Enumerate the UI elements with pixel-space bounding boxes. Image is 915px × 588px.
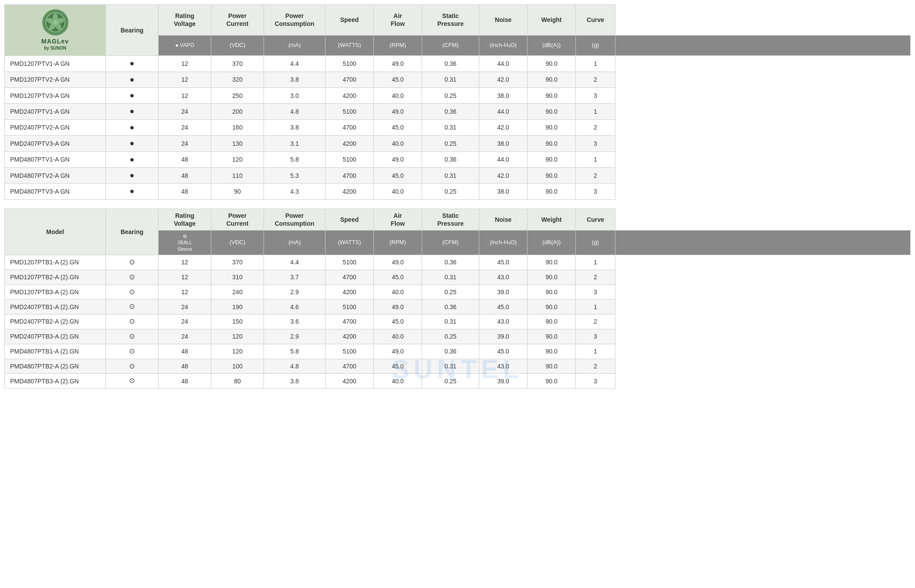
unit-g-2: (g) xyxy=(576,231,615,255)
flow-cell: 40.0 xyxy=(374,329,422,344)
flow-cell: 49.0 xyxy=(374,344,422,359)
bearing-cell: ● xyxy=(106,167,159,183)
curve-cell: 1 xyxy=(576,344,615,359)
current-cell: 160 xyxy=(211,119,264,135)
power-cell: 3.8 xyxy=(264,374,325,389)
current-cell: 120 xyxy=(211,329,264,344)
curve-cell: 3 xyxy=(576,87,615,103)
speed-cell: 4700 xyxy=(325,314,374,329)
sleeve-label: Sleeve xyxy=(177,246,192,252)
curve-cell: 2 xyxy=(576,270,615,285)
curve-cell: 3 xyxy=(576,285,615,299)
curve-cell: 1 xyxy=(576,255,615,270)
noise-cell: 43.0 xyxy=(479,314,528,329)
noise-cell: 45.0 xyxy=(479,299,528,314)
unit-cfm-1: (CFM) xyxy=(422,35,479,55)
model-cell: PMD2407PTV1-A GN xyxy=(5,104,106,119)
weight-cell: 90.0 xyxy=(528,136,576,152)
speed-cell: 4200 xyxy=(325,87,374,103)
weight-cell: 90.0 xyxy=(528,329,576,344)
table-row: PMD2407PTV1-A GN ● 24 200 4.8 5100 49.0 … xyxy=(5,104,911,119)
unit-watts-2: (WATTS) xyxy=(325,231,374,255)
table-row: PMD4807PTV2-A GN ● 48 110 5.3 4700 45.0 … xyxy=(5,167,911,183)
fan-icon xyxy=(44,11,66,33)
current-cell: 370 xyxy=(211,56,264,72)
bearing-cell: ● xyxy=(106,152,159,167)
curve-cell: 3 xyxy=(576,374,615,389)
model-cell: PMD2407PTB3-A (2).GN xyxy=(5,329,106,344)
unit-cfm-2: (CFM) xyxy=(422,231,479,255)
bearing-cell: ⊙ xyxy=(106,270,159,285)
model-cell: PMD1207PTV2-A GN xyxy=(5,72,106,87)
gear-icon: ⚙ xyxy=(183,233,187,239)
table-row: PMD2407PTB1-A (2).GN ⊙ 24 190 4.6 5100 4… xyxy=(5,299,911,314)
weight-cell: 90.0 xyxy=(528,299,576,314)
flow-cell: 40.0 xyxy=(374,184,422,199)
voltage-cell: 12 xyxy=(159,72,211,87)
flow-cell: 45.0 xyxy=(374,119,422,135)
rating-voltage-header-2: RatingVoltage xyxy=(159,209,211,230)
weight-cell: 90.0 xyxy=(528,374,576,389)
speed-cell: 4200 xyxy=(325,136,374,152)
noise-cell: 39.0 xyxy=(479,285,528,299)
speed-cell: 4700 xyxy=(325,270,374,285)
unit-vdc-1: (VDC) xyxy=(211,35,264,55)
speed-cell: 4200 xyxy=(325,374,374,389)
unit-inch-h2o-2: (inch-H₂O) xyxy=(479,231,528,255)
vapo-badge: ● VAPO xyxy=(171,41,199,50)
speed-cell: 5100 xyxy=(325,344,374,359)
unit-curve-2 xyxy=(615,231,911,255)
noise-cell: 44.0 xyxy=(479,56,528,72)
current-cell: 370 xyxy=(211,255,264,270)
table-ball: Model Bearing RatingVoltage PowerCurrent… xyxy=(4,209,911,389)
voltage-cell: 12 xyxy=(159,285,211,299)
model-cell: PMD1207PTV1-A GN xyxy=(5,56,106,72)
unit-curve-1 xyxy=(615,35,911,55)
voltage-cell: 12 xyxy=(159,270,211,285)
model-cell: PMD4807PTV3-A GN xyxy=(5,184,106,199)
model-cell: PMD1207PTB3-A (2).GN xyxy=(5,285,106,299)
rating-voltage-header-1: RatingVoltage xyxy=(159,5,211,36)
flow-cell: 49.0 xyxy=(374,104,422,119)
current-cell: 90 xyxy=(211,184,264,199)
curve-cell: 1 xyxy=(576,152,615,167)
logo-container: MAGLev by SUNON xyxy=(9,9,101,51)
curve-cell: 1 xyxy=(576,56,615,72)
current-cell: 130 xyxy=(211,136,264,152)
voltage-cell: 48 xyxy=(159,152,211,167)
bearing-header-2: Bearing xyxy=(106,209,159,255)
section-ball: Model Bearing RatingVoltage PowerCurrent… xyxy=(4,209,911,389)
section-vapo: MAGLev by SUNON Bearing RatingVoltage Po… xyxy=(4,4,911,200)
noise-cell: 44.0 xyxy=(479,104,528,119)
table-row: PMD2407PTB3-A (2).GN ⊙ 24 120 2.9 4200 4… xyxy=(5,329,911,344)
speed-cell: 5100 xyxy=(325,56,374,72)
table-row: PMD4807PTB1-A (2).GN ⊙ 48 120 5.8 5100 4… xyxy=(5,344,911,359)
pressure-cell: 0.31 xyxy=(422,314,479,329)
pressure-cell: 0.31 xyxy=(422,167,479,183)
header-row-2: Model Bearing RatingVoltage PowerCurrent… xyxy=(5,209,911,230)
pressure-cell: 0.36 xyxy=(422,255,479,270)
unit-dba-1: (dB(A)) xyxy=(528,35,576,55)
table-row: PMD1207PTV2-A GN ● 12 320 3.8 4700 45.0 … xyxy=(5,72,911,87)
curve-cell: 2 xyxy=(576,167,615,183)
table-row: PMD4807PTB3-A (2).GN ⊙ 48 80 3.8 4200 40… xyxy=(5,374,911,389)
curve-cell: 2 xyxy=(576,119,615,135)
model-header: Model xyxy=(5,209,106,255)
speed-cell: 5100 xyxy=(325,152,374,167)
table-row: PMD4807PTV1-A GN ● 48 120 5.8 5100 49.0 … xyxy=(5,152,911,167)
flow-cell: 49.0 xyxy=(374,299,422,314)
static-pressure-header-1: StaticPressure xyxy=(422,5,479,36)
table-row: PMD1207PTB2-A (2).GN ⊙ 12 310 3.7 4700 4… xyxy=(5,270,911,285)
voltage-cell: 48 xyxy=(159,374,211,389)
current-cell: 250 xyxy=(211,87,264,103)
table-row: PMD2407PTV2-A GN ● 24 160 3.8 4700 45.0 … xyxy=(5,119,911,135)
power-cell: 2.9 xyxy=(264,285,325,299)
weight-cell: 90.0 xyxy=(528,119,576,135)
bearing-cell: ● xyxy=(106,104,159,119)
pressure-cell: 0.25 xyxy=(422,374,479,389)
pressure-cell: 0.31 xyxy=(422,270,479,285)
power-cell: 4.8 xyxy=(264,359,325,374)
curve-cell: 1 xyxy=(576,299,615,314)
voltage-cell: 24 xyxy=(159,136,211,152)
logo-circle xyxy=(42,9,69,36)
